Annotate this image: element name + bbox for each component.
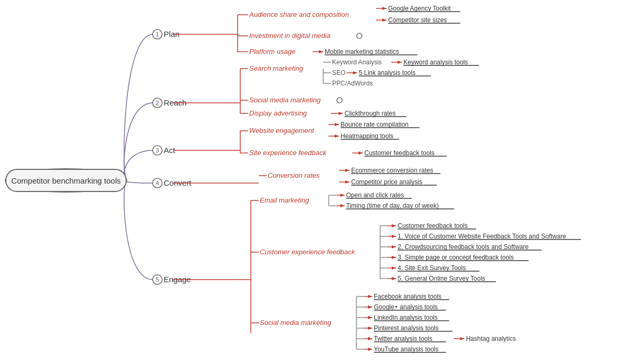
svg-text:SEO: SEO — [332, 69, 345, 76]
svg-text:Audience share and composition: Audience share and composition — [249, 11, 349, 18]
svg-text:2: 2 — [156, 100, 159, 106]
svg-text:Social media marketing: Social media marketing — [249, 96, 321, 104]
svg-marker-172 — [460, 337, 464, 340]
svg-text:Bounce rate compilation: Bounce rate compilation — [341, 121, 409, 128]
svg-text:Keyword analysis tools: Keyword analysis tools — [403, 59, 468, 66]
svg-marker-148 — [368, 295, 372, 298]
svg-text:Search marketing: Search marketing — [249, 64, 304, 72]
svg-text:Competitor price analysis: Competitor price analysis — [351, 178, 422, 186]
svg-text:Hashtag analytics: Hashtag analytics — [466, 335, 516, 342]
svg-marker-120 — [392, 235, 396, 238]
svg-marker-163 — [368, 327, 372, 330]
svg-text:PPC/AdWords: PPC/AdWords — [332, 80, 373, 87]
svg-marker-130 — [392, 256, 396, 259]
svg-text:4. Site Exit Survey Tools: 4. Site Exit Survey Tools — [398, 264, 466, 272]
svg-text:Google+ analysis tools: Google+ analysis tools — [374, 303, 438, 311]
svg-text:4: 4 — [156, 180, 159, 186]
svg-text:Customer feedback  tools: Customer feedback tools — [398, 222, 468, 229]
svg-point-29 — [357, 33, 362, 39]
svg-text:3: 3 — [156, 147, 159, 154]
svg-marker-115 — [392, 224, 396, 227]
svg-marker-176 — [368, 348, 372, 351]
svg-marker-107 — [341, 204, 345, 207]
svg-text:Site experience feedback: Site experience feedback — [249, 149, 327, 157]
svg-text:Platform usage: Platform usage — [249, 47, 295, 55]
svg-marker-34 — [319, 50, 323, 53]
svg-text:Customer experience feedback: Customer experience feedback — [260, 248, 355, 256]
svg-marker-23 — [382, 18, 387, 22]
svg-marker-125 — [392, 245, 396, 248]
svg-text:Investment in digital media: Investment in digital media — [249, 32, 331, 40]
svg-text:Google Agency Toolkit: Google Agency Toolkit — [388, 5, 451, 12]
svg-marker-135 — [392, 266, 396, 270]
svg-marker-46 — [398, 61, 402, 64]
svg-text:Email marketing: Email marketing — [260, 196, 309, 204]
svg-text:YouTube analysis tools: YouTube analysis tools — [374, 346, 439, 353]
svg-text:Open and click rates: Open and click rates — [346, 191, 404, 199]
svg-marker-63 — [339, 112, 343, 115]
svg-text:Timing (time of day, day of we: Timing (time of day, day of week) — [346, 202, 439, 209]
svg-text:Pinterest analysis tools: Pinterest analysis tools — [374, 324, 439, 332]
svg-marker-52 — [353, 71, 357, 74]
svg-text:Social media marketing: Social media marketing — [260, 319, 332, 327]
svg-text:Clickthrough rates: Clickthrough rates — [345, 110, 396, 117]
svg-marker-153 — [368, 305, 372, 309]
svg-text:3. Simple page or concept feed: 3. Simple page or concept feedback tools — [398, 254, 514, 261]
svg-text:Mobile marketing statistics: Mobile marketing statistics — [325, 48, 399, 55]
svg-text:LinkedIn analysis tools: LinkedIn analysis tools — [374, 314, 438, 321]
svg-text:Twitter analysis tools: Twitter analysis tools — [374, 335, 432, 342]
svg-marker-71 — [335, 123, 339, 126]
svg-marker-88 — [345, 169, 350, 172]
svg-text:Customer feedback  tools: Customer feedback tools — [364, 149, 435, 157]
root-node: Competitor benchmarking tools — [5, 169, 127, 192]
svg-text:Ecommerce conversion rates: Ecommerce conversion rates — [351, 167, 433, 174]
svg-text:Heatmapping tools: Heatmapping tools — [341, 132, 393, 140]
root-label: Competitor benchmarking tools — [11, 176, 121, 185]
svg-text:Conversion rates: Conversion rates — [268, 171, 320, 179]
svg-marker-168 — [368, 337, 372, 340]
svg-marker-140 — [392, 277, 396, 280]
svg-text:5 Link analysis tools: 5 Link analysis tools — [359, 69, 416, 76]
svg-marker-102 — [341, 194, 345, 197]
svg-text:Competitor site sizes: Competitor site sizes — [388, 16, 447, 24]
svg-point-59 — [337, 98, 342, 103]
svg-marker-92 — [345, 180, 350, 184]
svg-text:5: 5 — [156, 276, 159, 283]
svg-marker-75 — [335, 135, 339, 138]
svg-text:Display advertising: Display advertising — [249, 109, 307, 117]
svg-text:Facebook analysis tools: Facebook analysis tools — [374, 293, 441, 300]
svg-marker-81 — [359, 151, 363, 155]
svg-text:1: 1 — [156, 31, 159, 37]
svg-marker-158 — [368, 316, 372, 319]
svg-text:2. Crowdsourcing feedback tool: 2. Crowdsourcing feedback tools and Soft… — [398, 243, 529, 251]
svg-text:1. Voice of Customer Website F: 1. Voice of Customer Website Feedback To… — [398, 233, 566, 240]
svg-text:5. General Online Survey Tools: 5. General Online Survey Tools — [398, 275, 485, 282]
svg-marker-19 — [382, 7, 387, 10]
svg-text:Keyword Analysis: Keyword Analysis — [332, 59, 382, 66]
svg-text:Website engagement: Website engagement — [249, 127, 315, 135]
